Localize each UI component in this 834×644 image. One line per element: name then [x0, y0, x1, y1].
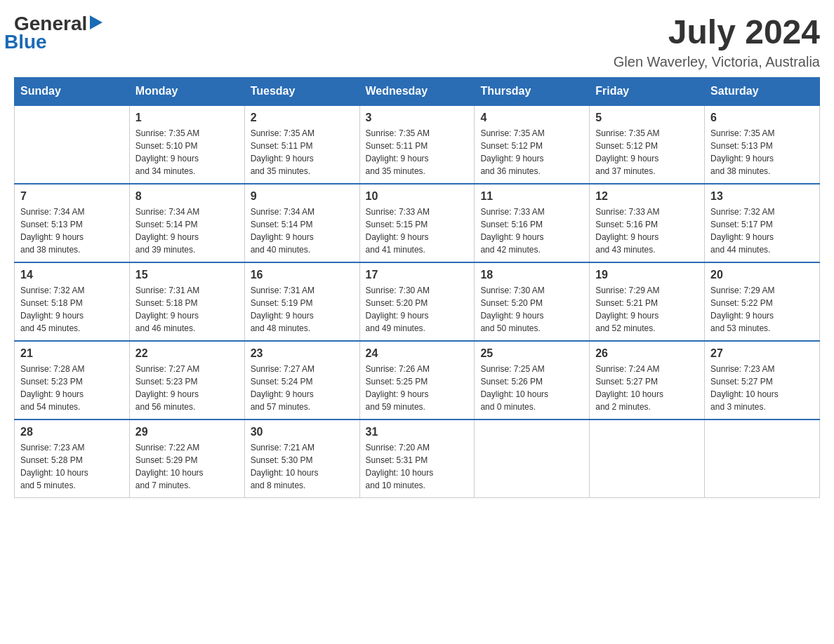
day-cell: 21Sunrise: 7:28 AMSunset: 5:23 PMDayligh…: [15, 341, 130, 420]
day-info: Sunrise: 7:32 AMSunset: 5:18 PMDaylight:…: [20, 284, 124, 335]
day-cell: 1Sunrise: 7:35 AMSunset: 5:10 PMDaylight…: [129, 105, 244, 184]
day-number: 7: [20, 190, 124, 203]
day-info: Sunrise: 7:35 AMSunset: 5:13 PMDaylight:…: [710, 127, 814, 177]
week-row-1: 1Sunrise: 7:35 AMSunset: 5:10 PMDaylight…: [15, 105, 820, 184]
day-cell: 25Sunrise: 7:25 AMSunset: 5:26 PMDayligh…: [475, 341, 590, 420]
day-cell: 11Sunrise: 7:33 AMSunset: 5:16 PMDayligh…: [475, 184, 590, 262]
day-number: 21: [20, 347, 124, 360]
day-number: 23: [251, 347, 354, 360]
day-number: 4: [480, 112, 583, 124]
day-info: Sunrise: 7:27 AMSunset: 5:24 PMDaylight:…: [251, 363, 354, 413]
day-number: 14: [20, 269, 124, 281]
day-cell: 18Sunrise: 7:30 AMSunset: 5:20 PMDayligh…: [475, 262, 590, 341]
day-number: 18: [480, 269, 583, 281]
day-info: Sunrise: 7:27 AMSunset: 5:23 PMDaylight:…: [135, 363, 239, 413]
week-row-4: 21Sunrise: 7:28 AMSunset: 5:23 PMDayligh…: [15, 341, 820, 420]
day-number: 20: [710, 269, 814, 281]
day-number: 16: [251, 269, 354, 281]
calendar-table: SundayMondayTuesdayWednesdayThursdayFrid…: [14, 77, 820, 498]
day-info: Sunrise: 7:29 AMSunset: 5:21 PMDaylight:…: [595, 284, 699, 335]
day-cell: 26Sunrise: 7:24 AMSunset: 5:27 PMDayligh…: [590, 341, 705, 420]
day-cell: [590, 420, 705, 498]
week-row-2: 7Sunrise: 7:34 AMSunset: 5:13 PMDaylight…: [15, 184, 820, 262]
day-number: 15: [135, 269, 239, 281]
day-info: Sunrise: 7:28 AMSunset: 5:23 PMDaylight:…: [20, 363, 124, 413]
week-row-5: 28Sunrise: 7:23 AMSunset: 5:28 PMDayligh…: [15, 420, 820, 498]
day-cell: 17Sunrise: 7:30 AMSunset: 5:20 PMDayligh…: [359, 262, 475, 341]
day-number: 31: [366, 426, 469, 438]
day-info: Sunrise: 7:34 AMSunset: 5:13 PMDaylight:…: [20, 206, 124, 256]
day-number: 11: [480, 190, 583, 203]
day-number: 5: [595, 112, 699, 124]
day-cell: 14Sunrise: 7:32 AMSunset: 5:18 PMDayligh…: [15, 262, 130, 341]
day-number: 3: [366, 112, 469, 124]
day-cell: 13Sunrise: 7:32 AMSunset: 5:17 PMDayligh…: [705, 184, 820, 262]
day-info: Sunrise: 7:35 AMSunset: 5:11 PMDaylight:…: [251, 127, 354, 177]
day-info: Sunrise: 7:22 AMSunset: 5:29 PMDaylight:…: [135, 441, 239, 492]
location-subtitle: Glen Waverley, Victoria, Australia: [614, 54, 820, 70]
col-header-saturday: Saturday: [705, 77, 820, 105]
day-number: 2: [251, 112, 354, 124]
day-number: 26: [595, 347, 699, 360]
day-info: Sunrise: 7:20 AMSunset: 5:31 PMDaylight:…: [366, 441, 469, 492]
day-cell: 29Sunrise: 7:22 AMSunset: 5:29 PMDayligh…: [129, 420, 244, 498]
day-info: Sunrise: 7:29 AMSunset: 5:22 PMDaylight:…: [710, 284, 814, 335]
page-header: General Blue July 2024 Glen Waverley, Vi…: [14, 14, 820, 70]
day-cell: 24Sunrise: 7:26 AMSunset: 5:25 PMDayligh…: [359, 341, 475, 420]
day-number: 24: [366, 347, 469, 360]
day-info: Sunrise: 7:21 AMSunset: 5:30 PMDaylight:…: [251, 441, 354, 492]
day-cell: 7Sunrise: 7:34 AMSunset: 5:13 PMDaylight…: [15, 184, 130, 262]
day-cell: 12Sunrise: 7:33 AMSunset: 5:16 PMDayligh…: [590, 184, 705, 262]
day-number: 1: [135, 112, 239, 124]
day-info: Sunrise: 7:35 AMSunset: 5:10 PMDaylight:…: [135, 127, 239, 177]
day-number: 22: [135, 347, 239, 360]
day-number: 25: [480, 347, 583, 360]
day-info: Sunrise: 7:23 AMSunset: 5:28 PMDaylight:…: [20, 441, 124, 492]
day-cell: 27Sunrise: 7:23 AMSunset: 5:27 PMDayligh…: [705, 341, 820, 420]
col-header-wednesday: Wednesday: [359, 77, 475, 105]
day-info: Sunrise: 7:34 AMSunset: 5:14 PMDaylight:…: [135, 206, 239, 256]
logo-blue: Blue: [4, 31, 47, 53]
day-info: Sunrise: 7:31 AMSunset: 5:19 PMDaylight:…: [251, 284, 354, 335]
day-cell: 10Sunrise: 7:33 AMSunset: 5:15 PMDayligh…: [359, 184, 475, 262]
day-number: 13: [710, 190, 814, 203]
day-number: 17: [366, 269, 469, 281]
day-info: Sunrise: 7:31 AMSunset: 5:18 PMDaylight:…: [135, 284, 239, 335]
day-number: 30: [251, 426, 354, 438]
logo: General Blue: [14, 14, 102, 53]
day-cell: 28Sunrise: 7:23 AMSunset: 5:28 PMDayligh…: [15, 420, 130, 498]
day-info: Sunrise: 7:33 AMSunset: 5:16 PMDaylight:…: [480, 206, 583, 256]
title-section: July 2024 Glen Waverley, Victoria, Austr…: [614, 14, 820, 70]
day-cell: 30Sunrise: 7:21 AMSunset: 5:30 PMDayligh…: [244, 420, 359, 498]
day-info: Sunrise: 7:33 AMSunset: 5:15 PMDaylight:…: [366, 206, 469, 256]
day-cell: [475, 420, 590, 498]
day-cell: [705, 420, 820, 498]
day-cell: 2Sunrise: 7:35 AMSunset: 5:11 PMDaylight…: [244, 105, 359, 184]
day-number: 9: [251, 190, 354, 203]
month-year-title: July 2024: [614, 14, 820, 51]
day-cell: 5Sunrise: 7:35 AMSunset: 5:12 PMDaylight…: [590, 105, 705, 184]
day-number: 27: [710, 347, 814, 360]
day-info: Sunrise: 7:35 AMSunset: 5:11 PMDaylight:…: [366, 127, 469, 177]
col-header-tuesday: Tuesday: [244, 77, 359, 105]
day-cell: 4Sunrise: 7:35 AMSunset: 5:12 PMDaylight…: [475, 105, 590, 184]
col-header-friday: Friday: [590, 77, 705, 105]
day-info: Sunrise: 7:34 AMSunset: 5:14 PMDaylight:…: [251, 206, 354, 256]
day-info: Sunrise: 7:35 AMSunset: 5:12 PMDaylight:…: [480, 127, 583, 177]
day-number: 12: [595, 190, 699, 203]
day-cell: 8Sunrise: 7:34 AMSunset: 5:14 PMDaylight…: [129, 184, 244, 262]
day-info: Sunrise: 7:30 AMSunset: 5:20 PMDaylight:…: [480, 284, 583, 335]
day-cell: 23Sunrise: 7:27 AMSunset: 5:24 PMDayligh…: [244, 341, 359, 420]
day-cell: 22Sunrise: 7:27 AMSunset: 5:23 PMDayligh…: [129, 341, 244, 420]
day-cell: [15, 105, 130, 184]
day-number: 28: [20, 426, 124, 438]
day-number: 6: [710, 112, 814, 124]
day-info: Sunrise: 7:24 AMSunset: 5:27 PMDaylight:…: [595, 363, 699, 413]
day-cell: 15Sunrise: 7:31 AMSunset: 5:18 PMDayligh…: [129, 262, 244, 341]
week-row-3: 14Sunrise: 7:32 AMSunset: 5:18 PMDayligh…: [15, 262, 820, 341]
day-cell: 20Sunrise: 7:29 AMSunset: 5:22 PMDayligh…: [705, 262, 820, 341]
day-number: 10: [366, 190, 469, 203]
day-info: Sunrise: 7:35 AMSunset: 5:12 PMDaylight:…: [595, 127, 699, 177]
day-number: 29: [135, 426, 239, 438]
day-cell: 6Sunrise: 7:35 AMSunset: 5:13 PMDaylight…: [705, 105, 820, 184]
